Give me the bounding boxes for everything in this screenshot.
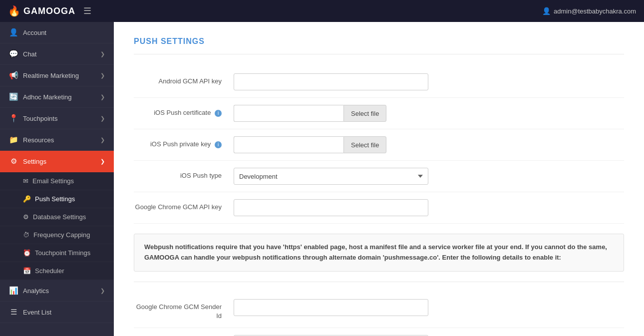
android-gcm-label: Android GCM API key — [134, 73, 234, 86]
ios-private-key-file-input-wrap: Select file — [234, 136, 624, 153]
analytics-icon: 📊 — [9, 286, 18, 295]
realtime-marketing-icon: 📢 — [9, 71, 18, 80]
user-email: admin@testbabychakra.com — [554, 7, 636, 15]
event-list-icon: ☰ — [9, 308, 18, 317]
ios-certificate-select-file-button[interactable]: Select file — [343, 105, 386, 122]
chevron-right-icon: ❯ — [100, 137, 105, 143]
chevron-right-icon: ❯ — [100, 94, 105, 100]
sidebar-item-event-list-label: Event List — [23, 309, 51, 316]
chat-icon: 💬 — [9, 49, 18, 58]
sidebar-item-chat-label: Chat — [23, 50, 36, 58]
sidebar-item-analytics[interactable]: 📊 Analytics ❯ — [0, 280, 114, 302]
settings-icon: ⚙ — [9, 157, 18, 166]
sidebar-item-settings-label: Settings — [23, 158, 46, 165]
sidebar-item-adhoc-label: Adhoc Marketing — [23, 93, 72, 101]
scheduler-icon: 📅 — [23, 267, 31, 275]
sidebar-item-realtime-marketing[interactable]: 📢 Realtime Marketing ❯ — [0, 65, 114, 86]
sidebar-sub-touchpoint-label: Touchpoint Timings — [35, 249, 90, 257]
adhoc-marketing-icon: 🔄 — [9, 92, 18, 101]
google-chrome-gcm-label: Google Chrome GCM API key — [134, 199, 234, 212]
ios-push-certificate-row: iOS Push certificate i Select file — [134, 98, 624, 129]
sidebar-sub-push-label: Push Settings — [35, 195, 75, 203]
database-settings-icon: ⚙ — [23, 213, 29, 221]
gcm-sender-id-input[interactable] — [234, 299, 428, 316]
touchpoints-icon: 📍 — [9, 114, 18, 123]
chevron-right-icon: ❯ — [100, 51, 105, 57]
ios-push-type-select[interactable]: Development Production — [234, 168, 428, 185]
navbar-left: 🔥 GAMOOGA ☰ — [8, 5, 91, 17]
account-icon: 👤 — [9, 28, 18, 37]
sidebar-sub-frequency-label: Frequency Capping — [33, 231, 90, 239]
sidebar-item-email-settings[interactable]: ✉ Email Settings — [0, 172, 114, 190]
logo: 🔥 GAMOOGA — [8, 5, 75, 17]
sidebar-sub-database-label: Database Settings — [33, 213, 86, 221]
sub-domain-row: Sub Domain — [134, 328, 624, 336]
gcm-sender-id-row: Google Chrome GCM Sender Id — [134, 292, 624, 328]
ios-private-key-info-icon[interactable]: i — [215, 141, 222, 148]
navbar-user-info: 👤 admin@testbabychakra.com — [542, 7, 636, 15]
gcm-sender-id-label: Google Chrome GCM Sender Id — [134, 299, 234, 321]
ios-certificate-info-icon[interactable]: i — [215, 110, 222, 117]
sidebar: 👤 Account 💬 Chat ❯ 📢 Realtime Marketing … — [0, 22, 114, 336]
touchpoint-timings-icon: ⏰ — [23, 249, 31, 257]
sidebar-item-scheduler[interactable]: 📅 Scheduler — [0, 262, 114, 280]
ios-push-private-key-row: iOS Push private key i Select file — [134, 129, 624, 161]
page-title: PUSH SETTINGS — [134, 37, 624, 54]
frequency-capping-icon: ⏱ — [23, 231, 29, 239]
sidebar-item-event-list[interactable]: ☰ Event List — [0, 302, 114, 323]
hamburger-menu-button[interactable]: ☰ — [83, 5, 91, 16]
chevron-right-icon: ❯ — [100, 115, 105, 122]
android-gcm-api-key-row: Android GCM API key — [134, 66, 624, 98]
webpush-notice: Webpush notifications require that you h… — [134, 234, 624, 272]
sidebar-item-settings[interactable]: ⚙ Settings ❯ — [0, 151, 114, 172]
ios-certificate-label: iOS Push certificate i — [134, 105, 234, 117]
google-chrome-gcm-api-key-row: Google Chrome GCM API key — [134, 192, 624, 224]
sidebar-item-analytics-label: Analytics — [23, 287, 49, 295]
ios-certificate-file-input-wrap: Select file — [234, 105, 624, 122]
ios-push-type-label: iOS Push type — [134, 168, 234, 180]
user-icon: 👤 — [542, 7, 551, 15]
sidebar-item-account-label: Account — [23, 29, 46, 36]
sidebar-item-touchpoints[interactable]: 📍 Touchpoints ❯ — [0, 108, 114, 129]
sidebar-item-account[interactable]: 👤 Account — [0, 22, 114, 43]
main-layout: 👤 Account 💬 Chat ❯ 📢 Realtime Marketing … — [0, 22, 644, 336]
sidebar-item-push-settings[interactable]: 🔑 Push Settings — [0, 190, 114, 208]
android-gcm-api-key-input[interactable] — [234, 73, 428, 90]
ios-private-key-label: iOS Push private key i — [134, 136, 234, 149]
notice-text-strong: Webpush notifications require that you h… — [144, 243, 607, 261]
chevron-down-icon: ❯ — [100, 158, 105, 165]
push-settings-icon: 🔑 — [23, 195, 31, 203]
ios-certificate-file-text[interactable] — [234, 105, 343, 122]
sidebar-item-realtime-label: Realtime Marketing — [23, 72, 79, 79]
sidebar-sub-email-label: Email Settings — [32, 177, 74, 185]
sidebar-item-database-settings[interactable]: ⚙ Database Settings — [0, 208, 114, 226]
sidebar-item-adhoc-marketing[interactable]: 🔄 Adhoc Marketing ❯ — [0, 86, 114, 108]
sidebar-item-frequency-capping[interactable]: ⏱ Frequency Capping — [0, 226, 114, 244]
ios-private-key-file-text[interactable] — [234, 136, 343, 153]
sidebar-item-touchpoints-label: Touchpoints — [23, 115, 57, 122]
email-settings-icon: ✉ — [23, 177, 28, 185]
navbar: 🔥 GAMOOGA ☰ 👤 admin@testbabychakra.com — [0, 0, 644, 22]
sidebar-item-resources-label: Resources — [23, 136, 54, 144]
ios-private-key-select-file-button[interactable]: Select file — [343, 136, 386, 153]
sidebar-item-touchpoint-timings[interactable]: ⏰ Touchpoint Timings — [0, 244, 114, 262]
logo-text: GAMOOGA — [23, 6, 75, 16]
ios-push-type-row: iOS Push type Development Production — [134, 161, 624, 192]
sidebar-item-chat[interactable]: 💬 Chat ❯ — [0, 43, 114, 65]
chevron-right-icon: ❯ — [100, 72, 105, 79]
content-area: PUSH SETTINGS Android GCM API key iOS Pu… — [114, 22, 644, 336]
sidebar-item-resources[interactable]: 📁 Resources ❯ — [0, 129, 114, 151]
chevron-right-icon: ❯ — [100, 288, 105, 294]
google-chrome-gcm-api-key-input[interactable] — [234, 199, 428, 216]
logo-fire-icon: 🔥 — [8, 5, 20, 17]
resources-icon: 📁 — [9, 135, 18, 144]
sidebar-sub-scheduler-label: Scheduler — [35, 267, 64, 275]
section-divider — [134, 282, 624, 282]
